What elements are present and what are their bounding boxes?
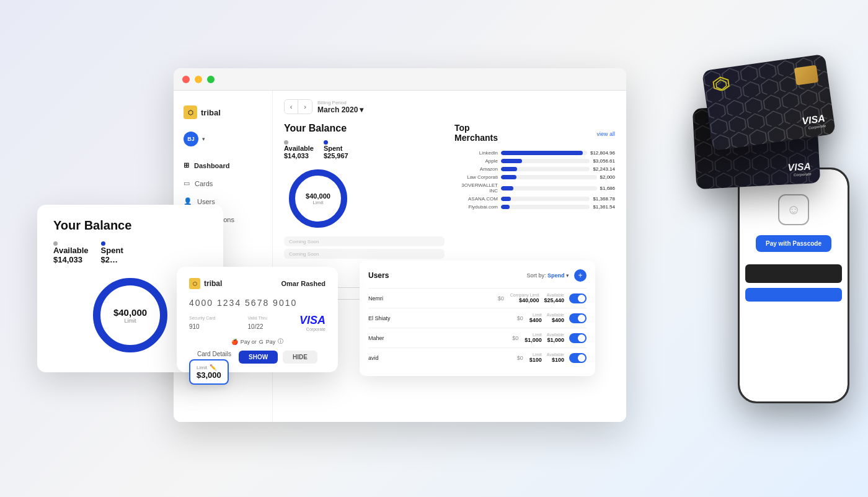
user-name-0: Nemri <box>368 295 498 302</box>
sidebar-item-dashboard[interactable]: ⊞ Dashboard <box>174 156 272 174</box>
balance-card-title: Your Balance <box>53 218 207 233</box>
show-button[interactable]: SHOW <box>239 351 278 364</box>
dark-card-1-logo <box>711 75 731 95</box>
cc-security: Security Card 910 <box>189 316 215 331</box>
spent-dot <box>324 140 328 145</box>
merchant-row-0: LinkedIn $12,804.96 <box>454 150 615 156</box>
traffic-light-yellow[interactable] <box>195 76 202 83</box>
users-panel-header: Users Sort by: Spend ▾ + <box>368 269 587 282</box>
user-avail-0: Available $25,440 <box>544 293 564 303</box>
user-name-3: avid <box>368 355 517 361</box>
bc-legend-available: Available $14,033 <box>53 241 89 264</box>
merchant-name-1: Apple <box>454 158 498 164</box>
balance-section: Your Balance Available $14,033 Spent $25… <box>284 123 445 261</box>
cc-expiry-label: Valid Thru <box>248 316 267 320</box>
user-name-1: El Shiaty <box>368 315 517 321</box>
billing-value: March 2020 ▾ <box>317 105 363 114</box>
donut-amount: $40,000 <box>306 192 330 200</box>
billing-period: Billing Period March 2020 ▾ <box>317 100 363 114</box>
cards-icon: ▭ <box>184 179 190 187</box>
nav-prev-button[interactable]: ‹ <box>285 100 298 114</box>
dark-card-1: VISA Corporate <box>702 54 836 151</box>
legend-available: Available $14,033 <box>284 140 314 159</box>
merchant-row-6: Flydubai.com $1,361.54 <box>454 204 615 210</box>
view-all-link[interactable]: view all <box>596 131 615 137</box>
nav-arrows: ‹ › <box>284 99 312 114</box>
sidebar-item-users-label: Users <box>197 198 215 205</box>
bc-spent-value: $2… <box>101 255 123 264</box>
edit-icon[interactable]: ✏️ <box>210 364 216 370</box>
sidebar-logo: ⬡ tribal <box>174 101 272 129</box>
sidebar-item-cards[interactable]: ▭ Cards <box>174 174 272 192</box>
bc-donut-label: Limit <box>113 318 147 324</box>
user-toggle-1[interactable] <box>569 313 587 323</box>
user-toggle-2[interactable] <box>569 333 587 343</box>
merchant-amount-3: $2,000 <box>600 174 615 180</box>
bc-legend-spent: Spent $2… <box>101 241 123 264</box>
cc-visa-logo: VISA <box>299 314 326 327</box>
browser-titlebar <box>174 68 626 91</box>
balance-legend: Available $14,033 Spent $25,967 <box>284 140 445 159</box>
add-user-button[interactable]: + <box>574 269 587 282</box>
face-id-icon: ☺ <box>787 202 800 218</box>
user-chevron: ▾ <box>202 136 205 142</box>
sidebar-item-dashboard-label: Dashboard <box>194 162 229 169</box>
cc-add-to: 🍎 Pay or G Pay ⓘ <box>189 338 326 346</box>
user-limit-3: Limit $100 <box>529 352 542 363</box>
scene: ⬡ tribal BJ ▾ ⊞ Dashboard ▭ Cards <box>0 0 868 497</box>
hide-button[interactable]: HIDE <box>283 351 317 364</box>
user-toggle-3[interactable] <box>569 353 587 363</box>
phone-card-blue <box>745 288 843 302</box>
traffic-light-green[interactable] <box>207 76 215 83</box>
merchant-row-1: Apple $3,056.61 <box>454 158 615 164</box>
user-toggle-0[interactable] <box>569 293 587 303</box>
users-panel: Users Sort by: Spend ▾ + Nemri $0 Compan… <box>360 261 595 376</box>
user-avail-1: Available $400 <box>547 313 564 323</box>
sidebar-logo-text: tribal <box>201 108 221 117</box>
sort-label: Sort by: Spend ▾ <box>526 272 569 279</box>
cc-tribal: ⬡ tribal <box>189 278 222 289</box>
cc-security-label: Security Card <box>189 316 215 320</box>
user-avail-2: Available $1,000 <box>547 333 564 343</box>
merchant-row-5: ASANA.COM $1,368.78 <box>454 196 615 202</box>
merchant-name-6: Flydubai.com <box>454 204 498 210</box>
user-spend-0: $0 <box>498 295 504 302</box>
bc-available-dot <box>53 241 58 246</box>
merchants-section: Top Merchants view all LinkedIn $12,804.… <box>454 123 615 261</box>
bc-spent-label: Spent <box>101 246 123 255</box>
billing-chevron-icon: ▾ <box>360 105 363 114</box>
tribal-logo-icon: ⬡ <box>184 105 197 119</box>
merchant-amount-6: $1,361.54 <box>593 204 615 210</box>
phone-screen: ☺ Pay with Passcode <box>740 169 848 401</box>
user-spend-2: $0 <box>512 335 518 341</box>
available-dot <box>284 140 288 145</box>
cc-details: Security Card 910 Valid Thru 10/22 VISA … <box>189 314 326 331</box>
merchant-amount-0: $12,804.96 <box>590 150 615 156</box>
merchant-amount-4: $1,686 <box>600 186 615 191</box>
available-label: Available <box>284 145 314 152</box>
user-name-2: Maher <box>368 335 512 341</box>
dashboard-icon: ⊞ <box>184 161 189 169</box>
cc-expiry: Valid Thru 10/22 <box>248 316 267 331</box>
pay-with-passcode-button[interactable]: Pay with Passcode <box>756 235 831 252</box>
bc-donut: $40,000 Limit <box>87 272 174 359</box>
cc-visa-sub: Corporate <box>299 327 326 331</box>
donut-label: Limit <box>306 200 330 205</box>
merchants-header: Top Merchants view all <box>454 123 615 145</box>
user-avail-3: Available $100 <box>547 352 564 363</box>
traffic-light-red[interactable] <box>182 76 190 83</box>
user-row-1: El Shiaty $0 Limit $400 Available $400 <box>368 308 587 328</box>
credit-card-container: ⬡ tribal Omar Rashed 4000 1234 5678 9010… <box>177 267 338 372</box>
nav-next-button[interactable]: › <box>298 100 312 114</box>
cc-network: VISA Corporate <box>299 314 326 331</box>
limit-badge-label: Limit ✏️ <box>197 364 221 370</box>
user-limit-2: Limit $1,000 <box>525 333 542 343</box>
sidebar-user[interactable]: BJ ▾ <box>174 129 272 156</box>
spent-label: Spent <box>324 145 348 152</box>
users-panel-title: Users <box>368 271 389 280</box>
bc-legend: Available $14,033 Spent $2… <box>53 241 207 264</box>
phone-body: ☺ Pay with Passcode <box>738 168 849 403</box>
cc-security-value: 910 <box>189 323 200 330</box>
bc-available-value: $14,033 <box>53 255 89 264</box>
available-value: $14,033 <box>284 152 314 159</box>
